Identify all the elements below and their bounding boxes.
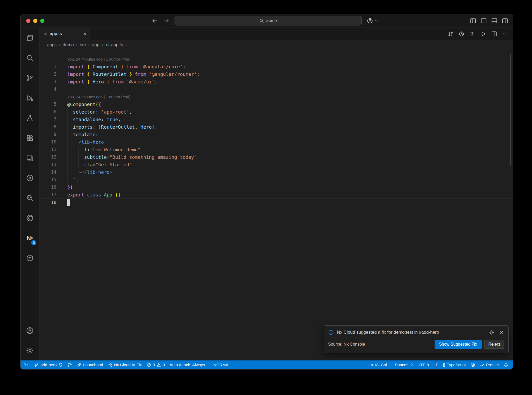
account-menu-button[interactable] bbox=[367, 18, 373, 24]
code-line-14[interactable]: 14 ></lib-hero> bbox=[39, 168, 513, 176]
activity-item-search[interactable] bbox=[21, 48, 39, 68]
compare-working-tree-button[interactable] bbox=[469, 31, 475, 37]
activity-item-run-debug[interactable] bbox=[21, 88, 39, 108]
editor[interactable]: You, 24 minutes ago | 1 author (You)1imp… bbox=[39, 50, 513, 360]
run-file-button[interactable] bbox=[480, 31, 486, 37]
status-problems[interactable]: 00 bbox=[144, 360, 167, 369]
breadcrumb-item-appts[interactable]: TSapp.ts bbox=[105, 42, 123, 48]
toggle-secondary-sidebar-button[interactable] bbox=[502, 18, 508, 24]
status-cursor-position[interactable]: Ln 18, Col 1 bbox=[366, 360, 393, 369]
tab-app-ts[interactable]: TS app.ts ✕ bbox=[39, 28, 90, 40]
timeline-button[interactable] bbox=[458, 31, 464, 37]
show-suggested-fix-button[interactable]: Show Suggested Fix bbox=[435, 340, 482, 349]
windows-icon bbox=[26, 154, 34, 162]
code-line-13[interactable]: 13 cta="Get Started" bbox=[39, 161, 513, 168]
code-line-10[interactable]: 10 <lib-hero bbox=[39, 138, 513, 146]
code-line-4[interactable]: 4 bbox=[39, 85, 513, 93]
notification-toast: Nx Cloud suggested a fix for demo:test i… bbox=[324, 325, 509, 353]
activity-item-remote-explorer[interactable] bbox=[21, 148, 39, 168]
code-line-1[interactable]: 1import { Component } from '@angular/cor… bbox=[39, 63, 513, 70]
activity-item-accounts[interactable] bbox=[21, 320, 39, 340]
command-center[interactable]: acme bbox=[175, 16, 362, 25]
status-left: add-heroLaunchpadNx Cloud AI Fix00Auto A… bbox=[21, 360, 237, 369]
code-line-6[interactable]: 6 selector: 'app-root', bbox=[39, 108, 513, 116]
activity-top: N3 bbox=[21, 28, 39, 268]
chevron-right-icon: › bbox=[125, 42, 127, 48]
status-vim-mode[interactable]: -- NORMAL -- bbox=[207, 360, 237, 369]
breadcrumb-item-app[interactable]: app bbox=[92, 42, 99, 48]
customize-layout-button[interactable] bbox=[470, 18, 476, 24]
split-editor-button[interactable] bbox=[491, 31, 497, 37]
status-notifications[interactable] bbox=[501, 360, 511, 369]
close-tab-button[interactable]: ✕ bbox=[83, 31, 87, 36]
blame-annotation[interactable]: You, 24 minutes ago | 1 author (You) bbox=[39, 55, 513, 63]
minimize-window-button[interactable] bbox=[33, 19, 37, 23]
navigate-forward-button[interactable] bbox=[163, 18, 169, 24]
code-line-2[interactable]: 2import { RouterOutlet } from '@angular/… bbox=[39, 70, 513, 78]
code-line-12[interactable]: 12 subtitle="Build something amazing tod… bbox=[39, 153, 513, 161]
code-line-11[interactable]: 11 title="Welcmoe demo" bbox=[39, 146, 513, 153]
breadcrumb-item-src[interactable]: src bbox=[80, 42, 86, 48]
line-number: 15 bbox=[39, 176, 56, 183]
activity-item-nx-console[interactable]: N3 bbox=[21, 228, 39, 248]
chevron-right-icon: › bbox=[76, 42, 78, 48]
code-line-3[interactable]: 3import { Hero } from '@acme/ui'; bbox=[39, 78, 513, 85]
activity-item-source-control[interactable] bbox=[21, 68, 39, 88]
code-line-5[interactable]: 5@Component({ bbox=[39, 101, 513, 108]
blame-annotation[interactable]: You, 24 minutes ago | 1 author (You) bbox=[39, 93, 513, 101]
activity-item-settings[interactable] bbox=[21, 340, 39, 360]
activity-bottom bbox=[21, 320, 39, 360]
panel-right-icon bbox=[502, 18, 508, 24]
status-commit-graph[interactable] bbox=[65, 360, 75, 369]
activity-item-testing[interactable] bbox=[21, 108, 39, 128]
status-nx-cloud-ai-fix[interactable]: Nx Cloud AI Fix bbox=[105, 360, 144, 369]
more-actions-button[interactable] bbox=[502, 31, 508, 37]
workbench: N3 TS app.ts ✕ apps›demo›src›app›TSapp.t… bbox=[21, 28, 513, 360]
chevron-right-icon: › bbox=[59, 42, 61, 48]
line-number: 18 bbox=[39, 199, 56, 206]
code-line-8[interactable]: 8 imports: [RouterOutlet, Hero], bbox=[39, 123, 513, 131]
activity-item-containers[interactable] bbox=[21, 248, 39, 268]
status-language[interactable]: {}TypeScript bbox=[441, 360, 468, 369]
status-launchpad[interactable]: Launchpad bbox=[75, 360, 105, 369]
chevron-right-icon: › bbox=[102, 42, 103, 48]
activity-item-extensions[interactable] bbox=[21, 128, 39, 148]
notification-close-icon[interactable] bbox=[499, 330, 504, 335]
window-controls bbox=[26, 19, 44, 23]
status-remote[interactable] bbox=[21, 360, 32, 369]
code-line-15[interactable]: 15 `, bbox=[39, 176, 513, 183]
breadcrumb-item-[interactable]: … bbox=[129, 42, 134, 48]
activity-item-edge-devtools[interactable] bbox=[21, 208, 39, 228]
close-window-button[interactable] bbox=[26, 19, 30, 23]
tab-bar: TS app.ts ✕ bbox=[39, 28, 513, 40]
line-number: 6 bbox=[39, 108, 56, 116]
open-changes-button[interactable] bbox=[448, 31, 454, 37]
status-encoding[interactable]: UTF-8 bbox=[415, 360, 431, 369]
activity-item-code-search[interactable] bbox=[21, 188, 39, 208]
zoom-window-button[interactable] bbox=[40, 19, 44, 23]
layout-controls bbox=[470, 14, 508, 28]
breadcrumb-item-demo[interactable]: demo bbox=[63, 42, 74, 48]
code-line-7[interactable]: 7 standalone: true, bbox=[39, 116, 513, 123]
notification-settings-icon[interactable] bbox=[489, 330, 494, 335]
breadcrumb-item-apps[interactable]: apps bbox=[47, 42, 57, 48]
status-indentation[interactable]: Spaces: 2 bbox=[393, 360, 415, 369]
status-prettier[interactable]: Prettier bbox=[477, 360, 501, 369]
code-line-17[interactable]: 17export class App {} bbox=[39, 191, 513, 199]
code-line-18[interactable]: 18 bbox=[39, 199, 513, 206]
activity-item-run-target[interactable] bbox=[21, 168, 39, 188]
scrollbar[interactable] bbox=[510, 54, 511, 166]
code-line-9[interactable]: 9 template: ` bbox=[39, 131, 513, 138]
status-branch[interactable]: add-hero bbox=[32, 360, 65, 369]
line-number bbox=[39, 93, 56, 101]
activity-item-explorer[interactable] bbox=[21, 28, 39, 48]
tab-label: app.ts bbox=[50, 31, 62, 36]
status-auto-attach[interactable]: Auto Attach: Always bbox=[167, 360, 207, 369]
toggle-primary-sidebar-button[interactable] bbox=[481, 18, 487, 24]
navigate-back-button[interactable] bbox=[152, 18, 158, 24]
reject-button[interactable]: Reject bbox=[484, 340, 504, 349]
code-line-16[interactable]: 16}) bbox=[39, 183, 513, 191]
toggle-panel-button[interactable] bbox=[491, 18, 497, 24]
status-eol[interactable]: LF bbox=[431, 360, 441, 369]
status-feedback[interactable] bbox=[468, 360, 477, 369]
